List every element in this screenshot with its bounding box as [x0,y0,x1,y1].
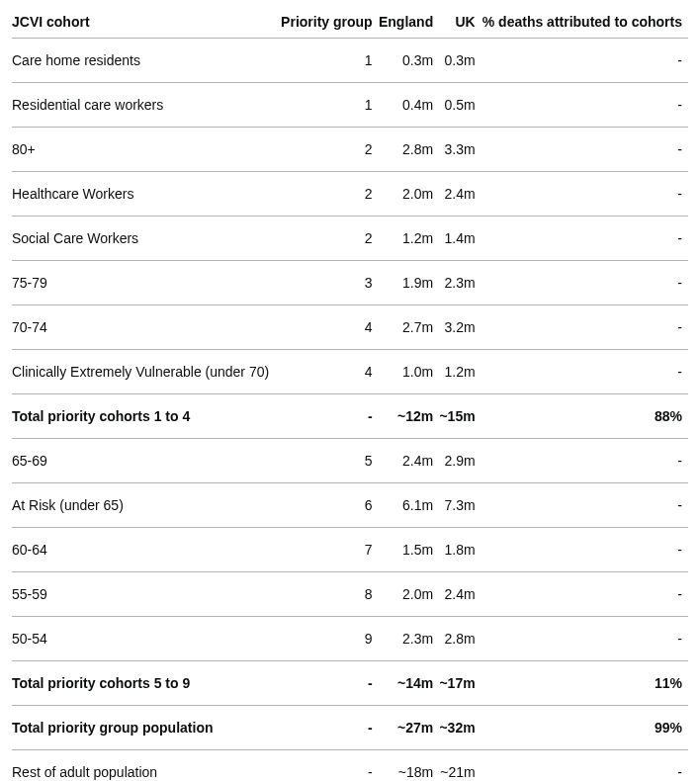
table-header-row: JCVI cohort Priority group England UK % … [12,8,688,39]
cell-england: 2.8m [379,128,440,172]
cell-cohort: Residential care workers [12,83,281,128]
cell-uk: ~17m [439,661,481,706]
cell-cohort: 70-74 [12,305,281,350]
cell-cohort: 60-64 [12,528,281,572]
cell-priority: - [281,394,379,439]
cell-deaths: - [481,439,688,483]
cell-uk: 1.8m [439,528,481,572]
cell-priority: - [281,750,379,782]
header-cohort: JCVI cohort [12,8,281,39]
cell-england: 1.0m [379,350,440,394]
table-row: Total priority cohorts 5 to 9-~14m~17m11… [12,661,688,706]
cell-deaths: - [481,305,688,350]
cell-priority: 1 [281,39,379,83]
cell-deaths: - [481,261,688,305]
cell-cohort: Total priority cohorts 1 to 4 [12,394,281,439]
header-priority: Priority group [281,8,379,39]
cell-priority: 9 [281,617,379,661]
cell-england: 6.1m [379,483,440,528]
cell-england: 1.9m [379,261,440,305]
cell-deaths: - [481,128,688,172]
cell-priority: 8 [281,572,379,617]
cell-priority: 2 [281,172,379,217]
cell-priority: 1 [281,83,379,128]
cell-england: 1.5m [379,528,440,572]
cell-deaths: - [481,572,688,617]
cell-deaths: - [481,83,688,128]
cell-uk: ~15m [439,394,481,439]
table-row: Healthcare Workers22.0m2.4m- [12,172,688,217]
cell-deaths: - [481,528,688,572]
cell-deaths: - [481,350,688,394]
table-row: Residential care workers10.4m0.5m- [12,83,688,128]
cell-uk: 2.8m [439,617,481,661]
cell-uk: 3.2m [439,305,481,350]
cell-uk: 7.3m [439,483,481,528]
cell-priority: - [281,706,379,750]
cell-uk: 1.2m [439,350,481,394]
cell-cohort: Healthcare Workers [12,172,281,217]
table-row: 80+22.8m3.3m- [12,128,688,172]
table-row: Total priority group population-~27m~32m… [12,706,688,750]
cell-uk: 2.9m [439,439,481,483]
header-uk: UK [439,8,481,39]
cell-uk: 3.3m [439,128,481,172]
cell-england: 2.0m [379,572,440,617]
table-row: 70-7442.7m3.2m- [12,305,688,350]
cell-cohort: Social Care Workers [12,217,281,261]
cell-deaths: 99% [481,706,688,750]
table-row: 60-6471.5m1.8m- [12,528,688,572]
cell-priority: 5 [281,439,379,483]
cell-deaths: - [481,172,688,217]
cell-england: 2.0m [379,172,440,217]
cell-england: 2.7m [379,305,440,350]
cell-cohort: 75-79 [12,261,281,305]
cell-england: ~12m [379,394,440,439]
cell-priority: 2 [281,128,379,172]
cell-england: 2.4m [379,439,440,483]
cell-priority: 7 [281,528,379,572]
cell-uk: 2.4m [439,572,481,617]
table-row: At Risk (under 65)66.1m7.3m- [12,483,688,528]
cell-cohort: Rest of adult population [12,750,281,782]
table-row: 75-7931.9m2.3m- [12,261,688,305]
cell-deaths: - [481,483,688,528]
cell-uk: ~32m [439,706,481,750]
table-row: 55-5982.0m2.4m- [12,572,688,617]
cell-england: 0.3m [379,39,440,83]
cell-cohort: Total priority group population [12,706,281,750]
cell-deaths: 11% [481,661,688,706]
cell-england: ~18m [379,750,440,782]
cell-uk: 0.3m [439,39,481,83]
cell-priority: - [281,661,379,706]
table-row: Total priority cohorts 1 to 4-~12m~15m88… [12,394,688,439]
cell-england: ~27m [379,706,440,750]
jcvi-cohort-table: JCVI cohort Priority group England UK % … [12,8,688,781]
cell-england: 0.4m [379,83,440,128]
cell-england: 1.2m [379,217,440,261]
table-row: Social Care Workers21.2m1.4m- [12,217,688,261]
cell-cohort: Clinically Extremely Vulnerable (under 7… [12,350,281,394]
cell-cohort: 65-69 [12,439,281,483]
cell-priority: 2 [281,217,379,261]
cell-deaths: - [481,39,688,83]
cell-priority: 4 [281,305,379,350]
cell-priority: 4 [281,350,379,394]
cell-cohort: At Risk (under 65) [12,483,281,528]
cell-uk: 2.4m [439,172,481,217]
table-row: 50-5492.3m2.8m- [12,617,688,661]
cell-priority: 6 [281,483,379,528]
table-row: Clinically Extremely Vulnerable (under 7… [12,350,688,394]
cell-priority: 3 [281,261,379,305]
cell-cohort: Care home residents [12,39,281,83]
cell-cohort: Total priority cohorts 5 to 9 [12,661,281,706]
table-row: Rest of adult population-~18m~21m- [12,750,688,782]
cell-uk: 1.4m [439,217,481,261]
cell-cohort: 50-54 [12,617,281,661]
cell-uk: 0.5m [439,83,481,128]
cell-england: 2.3m [379,617,440,661]
cell-cohort: 80+ [12,128,281,172]
table-row: 65-6952.4m2.9m- [12,439,688,483]
cell-england: ~14m [379,661,440,706]
cell-deaths: - [481,617,688,661]
